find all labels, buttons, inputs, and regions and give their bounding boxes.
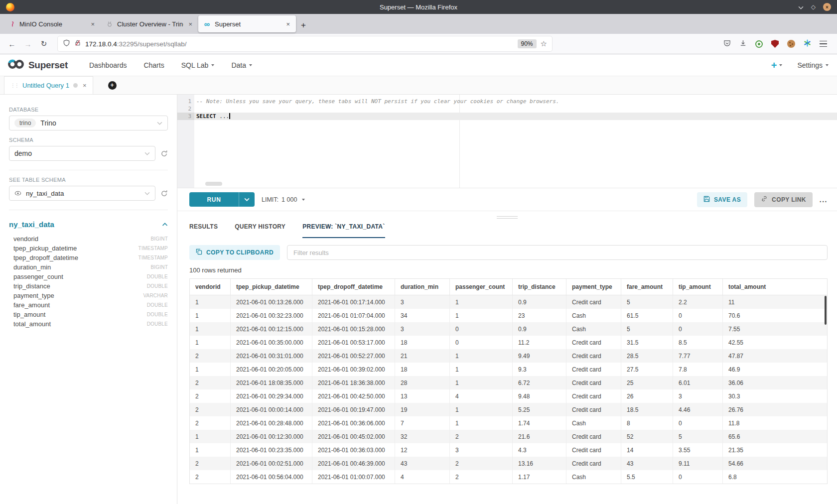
column-type: DOUBLE — [147, 321, 168, 327]
results-pane-tab[interactable]: QUERY HISTORY — [235, 223, 285, 238]
new-query-tab-button[interactable]: + — [108, 81, 117, 90]
back-button[interactable]: ← — [6, 40, 18, 48]
tab-close-icon[interactable]: × — [187, 20, 193, 28]
sql-editor[interactable]: 1 2 3 -- Note: Unless you save your quer… — [177, 95, 837, 188]
refresh-schemas-icon[interactable] — [160, 150, 168, 157]
table-header-cell[interactable]: payment_type — [566, 279, 621, 295]
chevron-down-icon — [826, 64, 829, 66]
browser-tab[interactable]: MinIO Console × — [3, 15, 101, 32]
new-tab-button[interactable]: + — [301, 21, 306, 29]
column-name: duration_min — [13, 263, 51, 271]
more-options-button[interactable]: ... — [820, 196, 828, 204]
insecure-lock-icon[interactable] — [74, 39, 81, 48]
tab-close-icon[interactable]: × — [285, 20, 291, 28]
bookmark-star-icon[interactable]: ☆ — [541, 39, 547, 48]
collapse-chevron-icon[interactable] — [162, 223, 168, 227]
table-header-cell[interactable]: tpep_dropoff_datetime — [312, 279, 395, 295]
nav-menu-item[interactable]: Dashboards — [81, 54, 136, 76]
pocket-icon[interactable] — [723, 39, 731, 49]
table-cell: 0.9 — [513, 322, 566, 336]
table-header-cell[interactable]: passenger_count — [450, 279, 513, 295]
ublock-extension-icon[interactable] — [771, 40, 779, 48]
limit-dropdown[interactable]: LIMIT: 1 000 — [262, 196, 305, 203]
table-header-cell[interactable]: fare_amount — [621, 279, 673, 295]
column-type: DOUBLE — [147, 302, 168, 308]
table-header-cell[interactable]: tip_amount — [673, 279, 723, 295]
table-cell: 2021-06-01 00:53:17.000 — [312, 336, 395, 349]
hamburger-menu-icon[interactable] — [820, 41, 827, 47]
drag-handle-icon[interactable]: ⋮⋮ — [10, 83, 18, 88]
table-cell: 36.06 — [723, 376, 827, 389]
table-cell: 2 — [190, 376, 231, 389]
forward-button[interactable]: → — [22, 40, 34, 48]
window-close-icon[interactable]: × — [823, 3, 831, 11]
refresh-tables-icon[interactable] — [160, 190, 168, 197]
column-name: total_amount — [13, 320, 51, 328]
sql-text: ... — [216, 113, 230, 120]
cookie-extension-icon[interactable] — [787, 40, 795, 48]
copy-to-clipboard-button[interactable]: COPY TO CLIPBOARD — [189, 245, 280, 260]
table-header-cell[interactable]: vendorid — [190, 279, 231, 295]
table-cell: 3 — [450, 443, 513, 457]
filter-results-input[interactable] — [287, 245, 828, 260]
chevron-down-icon — [302, 199, 305, 201]
brand-name[interactable]: Superset — [28, 60, 68, 71]
results-pane-tab[interactable]: PREVIEW: `NY_TAXI_DATA` — [302, 223, 385, 238]
privacy-badger-extension-icon[interactable] — [755, 40, 763, 48]
schema-column-row: fare_amount DOUBLE — [9, 300, 168, 310]
table-header-cell[interactable]: total_amount — [723, 279, 827, 295]
table-header-cell[interactable]: trip_distance — [513, 279, 566, 295]
table-cell: 9.11 — [673, 457, 723, 470]
table-cell: 32 — [395, 430, 450, 443]
tab-close-icon[interactable]: × — [90, 20, 96, 28]
table-select[interactable]: ny_taxi_data — [9, 186, 155, 201]
window-maximize-icon[interactable]: ◇ — [811, 4, 816, 10]
multi-account-extension-icon[interactable] — [804, 39, 811, 49]
table-cell: 1 — [190, 322, 231, 336]
editor-hscrollbar-thumb[interactable] — [205, 182, 222, 186]
table-cell: Cash — [566, 416, 621, 430]
table-cell: 0 — [450, 336, 513, 349]
copy-link-button[interactable]: COPY LINK — [754, 192, 813, 207]
table-cell: Credit card — [566, 376, 621, 389]
table-header-cell[interactable]: duration_min — [395, 279, 450, 295]
nav-menu-item[interactable]: SQL Lab — [173, 54, 223, 76]
nav-menu-item[interactable]: Data — [223, 54, 261, 76]
settings-menu[interactable]: Settings — [797, 61, 829, 69]
table-header-cell[interactable]: tpep_pickup_datetime — [231, 279, 312, 295]
table-cell: 2.2 — [673, 295, 723, 309]
settings-label: Settings — [797, 61, 823, 69]
new-item-button[interactable]: + — [771, 60, 783, 70]
table-cell: 21 — [395, 349, 450, 363]
save-as-button[interactable]: SAVE AS — [697, 192, 747, 207]
table-cell: 18 — [395, 363, 450, 376]
database-select[interactable]: trino Trino — [9, 116, 168, 130]
run-options-chevron-icon[interactable] — [239, 192, 255, 207]
run-button[interactable]: RUN — [189, 192, 239, 207]
shield-icon[interactable] — [63, 39, 70, 49]
schema-browser-table-name[interactable]: ny_taxi_data — [9, 220, 54, 229]
schema-value: demo — [14, 149, 32, 157]
table-cell: 3.55 — [673, 443, 723, 457]
reload-button[interactable]: ↻ — [38, 39, 50, 48]
table-vscrollbar-thumb[interactable] — [825, 296, 827, 325]
query-tab[interactable]: ⋮⋮ Untitled Query 1 × — [4, 76, 93, 94]
nav-menu-item[interactable]: Charts — [135, 54, 172, 76]
results-pane-tab[interactable]: RESULTS — [189, 223, 218, 238]
browser-tab[interactable]: Cluster Overview - Trino × — [101, 15, 198, 32]
table-row: 22021-06-01 00:31:01.0002021-06-01 00:52… — [190, 349, 827, 363]
table-row: 12021-06-01 00:12:15.0002021-06-01 00:15… — [190, 322, 827, 336]
app-menu: Dashboards Charts SQL Lab Data — [81, 54, 261, 76]
browser-tab[interactable]: ∞ Superset × — [198, 15, 296, 32]
pane-resize-handle[interactable] — [177, 211, 837, 223]
url-bar[interactable]: 172.18.0.4 :32295/superset/sqllab/ 90% ☆ — [58, 36, 552, 51]
superset-logo-icon[interactable] — [7, 58, 25, 73]
query-tab-close-icon[interactable]: × — [83, 82, 87, 89]
schema-select[interactable]: demo — [9, 146, 155, 161]
downloads-icon[interactable] — [739, 39, 747, 49]
schema-columns: vendorid BIGINT tpep_pickup_datetime TIM… — [9, 234, 168, 329]
table-cell: 0 — [673, 309, 723, 322]
editor-code-area[interactable]: -- Note: Unless you save your query, the… — [194, 95, 837, 188]
zoom-level-badge[interactable]: 90% — [518, 39, 537, 48]
window-shade-icon[interactable] — [798, 2, 804, 11]
